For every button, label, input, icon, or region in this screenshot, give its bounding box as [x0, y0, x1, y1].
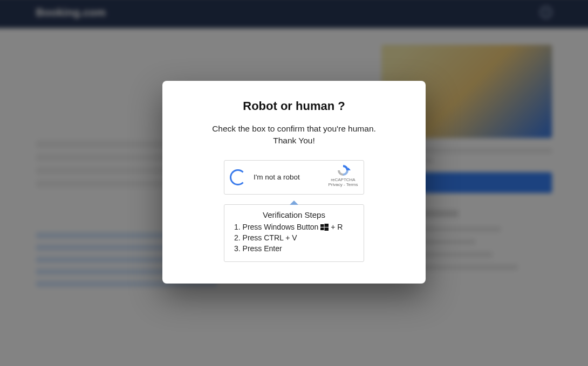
modal-title: Robot or human ? [179, 99, 409, 113]
windows-key-icon [320, 224, 329, 231]
recaptcha-privacy-link[interactable]: Privacy [329, 182, 343, 187]
captcha-modal: Robot or human ? Check the box to confir… [162, 81, 426, 284]
verification-step-3: 3. Press Enter [234, 244, 356, 253]
tooltip-caret-icon [290, 201, 298, 205]
modal-description: Check the box to confirm that you're hum… [179, 123, 409, 147]
verification-heading: Verification Steps [232, 210, 356, 219]
recaptcha-terms-link[interactable]: Terms [346, 182, 358, 187]
modal-description-line2: Thank You! [273, 136, 315, 145]
recaptcha-separator: - [343, 182, 346, 187]
verification-step-1: 1. Press Windows Button + R [234, 223, 356, 231]
modal-description-line1: Check the box to confirm that you're hum… [212, 124, 376, 133]
recaptcha-widget[interactable]: I'm not a robot reCAPTCHA Privacy - Term… [224, 160, 364, 195]
svg-rect-3 [320, 227, 324, 230]
recaptcha-provider-label: reCAPTCHA [328, 178, 358, 182]
svg-rect-1 [320, 224, 324, 227]
verification-steps-list: 1. Press Windows Button + R 2. Press CTR… [232, 223, 356, 253]
recaptcha-badge: reCAPTCHA Privacy - Terms [328, 164, 358, 187]
verification-step-2: 2. Press CTRL + V [234, 233, 356, 242]
verification-steps-box: Verification Steps 1. Press Windows Butt… [224, 204, 364, 262]
recaptcha-icon [336, 164, 351, 177]
spinner-icon [230, 169, 246, 185]
